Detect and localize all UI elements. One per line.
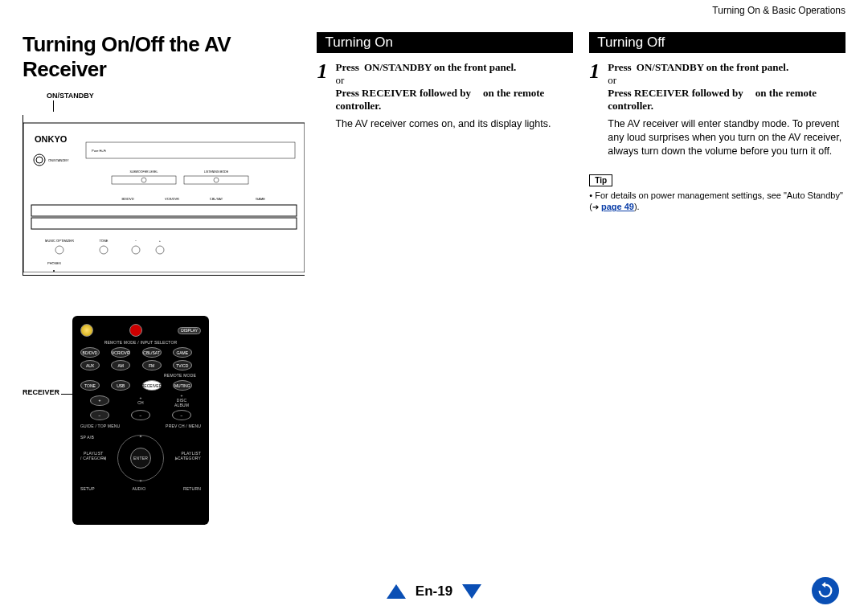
step-number: 1	[589, 61, 600, 82]
arrow-icon: ➔	[592, 203, 599, 211]
svg-text:LISTENING MODE: LISTENING MODE	[204, 170, 229, 174]
next-page-icon[interactable]	[462, 584, 481, 599]
red-button-icon	[129, 324, 142, 337]
svg-text:PHONES: PHONES	[47, 261, 61, 265]
page-link[interactable]: page 49	[601, 202, 634, 211]
prev-page-icon[interactable]	[387, 584, 406, 599]
section-turning-on: Turning On	[317, 32, 573, 53]
power-icon	[80, 324, 93, 337]
svg-text:GAME: GAME	[256, 197, 265, 201]
remote-diagram: DISPLAY REMOTE MODE / INPUT SELECTOR BD/…	[72, 316, 209, 525]
svg-text:MUSIC OPTIMIZER: MUSIC OPTIMIZER	[45, 239, 74, 243]
back-icon[interactable]	[812, 577, 839, 604]
svg-text:TONE: TONE	[99, 239, 108, 243]
or-text: or	[608, 74, 845, 87]
tip-label: Tip	[589, 174, 612, 186]
step-body-text: The AV receiver comes on, and its displa…	[335, 117, 573, 131]
label-on-standby: ON/STANDBY	[47, 92, 94, 100]
or-text: or	[335, 74, 573, 87]
svg-text:CBL/SAT: CBL/SAT	[210, 197, 223, 201]
breadcrumb: Turning On & Basic Operations	[0, 0, 868, 16]
front-panel-diagram: ONKYO ON/STANDBY Pure Hi-Fi SUBWOOFER LE…	[23, 115, 305, 276]
step-body-text: The AV receiver will enter standby mode.…	[608, 117, 845, 158]
svg-text:VCR/DVR: VCR/DVR	[165, 197, 179, 201]
step-instruction-remote: Press RECEIVER followed by on the remote…	[608, 87, 845, 113]
step-instruction: Press ON/STANDBY on the front panel.	[335, 61, 573, 74]
svg-point-27	[53, 270, 55, 272]
svg-text:ON/STANDBY: ON/STANDBY	[48, 158, 69, 162]
step-instruction-remote: Press RECEIVER followed by on the remote…	[335, 87, 573, 113]
section-turning-off: Turning Off	[589, 32, 845, 53]
page-title: Turning On/Off the AV Receiver	[23, 32, 301, 82]
step-number: 1	[317, 61, 327, 82]
label-receiver: RECEIVER	[23, 388, 61, 396]
svg-text:Pure Hi-Fi: Pure Hi-Fi	[92, 149, 106, 153]
page-number: En-19	[416, 583, 452, 600]
tip-text: • For details on power management settin…	[589, 190, 845, 213]
svg-text:SUBWOOFER LEVEL: SUBWOOFER LEVEL	[130, 170, 158, 174]
svg-text:BD/DVD: BD/DVD	[121, 197, 133, 201]
step-instruction: Press ON/STANDBY on the front panel.	[608, 61, 845, 74]
brand-logo: ONKYO	[35, 134, 68, 144]
